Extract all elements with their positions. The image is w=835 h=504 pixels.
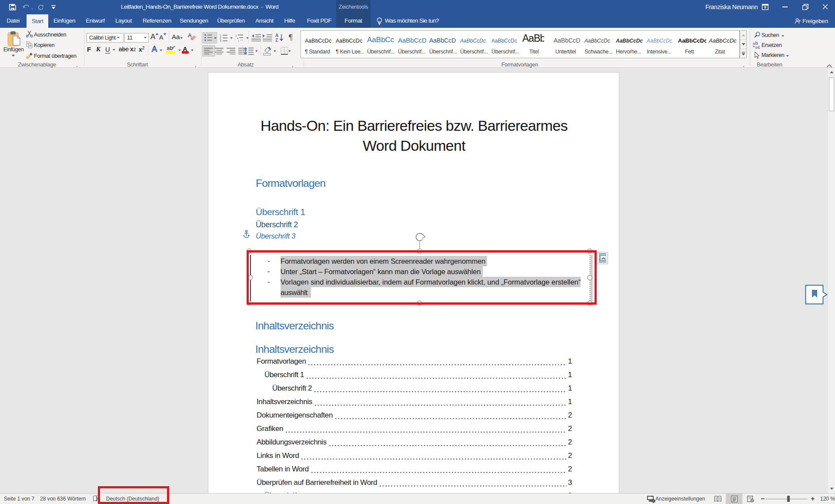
svg-text:a: a [755,45,758,49]
svg-text:3: 3 [220,39,221,42]
svg-text:A: A [275,33,278,38]
svg-text:A: A [188,32,192,39]
svg-text:i: i [238,40,239,42]
svg-text:a: a [753,41,755,46]
svg-text:Z: Z [275,38,278,42]
svg-text:c: c [758,44,760,49]
